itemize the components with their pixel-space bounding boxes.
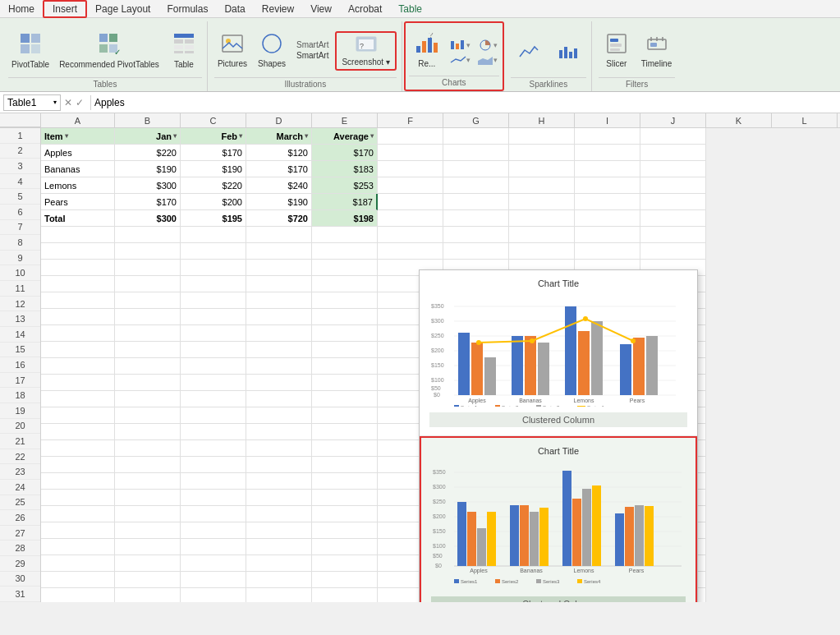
row-num-12[interactable]: 12 [0,297,40,312]
row-num-11[interactable]: 11 [0,281,40,297]
cell-h3[interactable] [509,161,575,177]
col-header-i[interactable]: I [575,113,640,127]
cell-j3[interactable] [640,161,706,177]
col-header-f[interactable]: F [378,113,443,127]
menu-acrobat[interactable]: Acrobat [340,2,390,16]
recommended-charts-button[interactable]: ? Re... [409,31,445,71]
cell-d4[interactable]: $240 [246,177,312,194]
menu-review[interactable]: Review [254,2,302,16]
cell-e2[interactable]: $170 [312,145,378,161]
row-num-25[interactable]: 25 [0,495,40,511]
cell-g2[interactable] [443,145,509,161]
cell-e3[interactable]: $183 [312,161,378,177]
chart-option-1[interactable]: Chart Title $350 $300 $250 $200 $150 $10… [420,270,697,436]
timeline-button[interactable]: Timeline [638,31,675,71]
cell-i1[interactable] [575,128,640,145]
cell-f5[interactable] [378,194,443,210]
column-sparkline-button[interactable] [550,40,586,62]
menu-table[interactable]: Table [390,2,430,16]
cell-f1[interactable] [378,128,443,145]
menu-insert[interactable]: Insert [43,0,87,18]
row-num-6[interactable]: 6 [0,205,40,220]
menu-view[interactable]: View [302,2,340,16]
row-num-4[interactable]: 4 [0,174,40,190]
menu-data[interactable]: Data [216,2,253,16]
cell-d3[interactable]: $170 [246,161,312,177]
cell-c1[interactable]: Feb ▾ [181,128,246,145]
cell-d2[interactable]: $120 [246,145,312,161]
row-num-10[interactable]: 10 [0,265,40,281]
row-num-14[interactable]: 14 [0,327,40,343]
cell-f3[interactable] [378,161,443,177]
cell-d1[interactable]: March ▾ [246,128,312,145]
smartart-button[interactable]: SmartArt SmartArt [293,39,332,62]
cell-g5[interactable] [443,194,509,210]
cell-g3[interactable] [443,161,509,177]
cell-j2[interactable] [640,145,706,161]
line-sparkline-button[interactable] [511,40,547,62]
cell-i4[interactable] [575,177,640,194]
cell-h4[interactable] [509,177,575,194]
chart-dropdown-panel[interactable]: Chart Title $350 $300 $250 $200 $150 $10… [419,269,698,602]
row-num-26[interactable]: 26 [0,510,40,526]
cell-e4[interactable]: $253 [312,177,378,194]
cell-i6[interactable] [575,210,640,227]
cell-c6[interactable]: $195 [181,210,246,227]
row-num-7[interactable]: 7 [0,220,40,236]
col-header-b[interactable]: B [115,113,181,127]
col-header-e[interactable]: E [312,113,378,127]
col-header-g[interactable]: G [443,113,509,127]
menu-page-layout[interactable]: Page Layout [87,2,158,16]
cell-b1[interactable]: Jan ▾ [115,128,181,145]
line-chart-button[interactable]: ▾ [448,53,472,67]
row-num-29[interactable]: 29 [0,556,40,572]
cell-e5[interactable]: $187 [312,194,378,210]
row-num-9[interactable]: 9 [0,251,40,266]
cell-c2[interactable]: $170 [181,145,246,161]
cell-a4[interactable]: Lemons [41,177,115,194]
screenshot-button[interactable]: ? Screenshot ▾ [335,31,396,71]
cell-a3[interactable]: Bananas [41,161,115,177]
cell-c5[interactable]: $200 [181,194,246,210]
formula-cancel-icon[interactable]: ✕ [64,97,72,108]
row-num-28[interactable]: 28 [0,541,40,556]
menu-formulas[interactable]: Formulas [158,2,216,16]
formula-confirm-icon[interactable]: ✓ [76,97,84,108]
cell-j4[interactable] [640,177,706,194]
name-box[interactable]: Table1 ▾ [3,94,61,111]
cell-g4[interactable] [443,177,509,194]
shapes-button[interactable]: Shapes [254,31,290,71]
row-num-16[interactable]: 16 [0,357,40,373]
cell-b2[interactable]: $220 [115,145,181,161]
cell-f2[interactable] [378,145,443,161]
slicer-button[interactable]: Slicer [599,31,635,71]
col-header-c[interactable]: C [181,113,246,127]
cell-a2[interactable]: Apples [41,145,115,161]
table-button[interactable]: Table [166,30,202,71]
cell-j6[interactable] [640,210,706,227]
cell-c4[interactable]: $220 [181,177,246,194]
menu-home[interactable]: Home [0,2,43,16]
cell-h2[interactable] [509,145,575,161]
bar-chart-button[interactable]: ▾ [448,39,472,52]
area-chart-button[interactable]: ▾ [475,53,499,67]
cell-j1[interactable] [640,128,706,145]
cell-h5[interactable] [509,194,575,210]
col-header-a[interactable]: A [41,113,115,127]
cell-b5[interactable]: $170 [115,194,181,210]
cell-e1[interactable]: Average ▾ [312,128,378,145]
cell-d5[interactable]: $190 [246,194,312,210]
cell-c3[interactable]: $190 [181,161,246,177]
cell-b4[interactable]: $300 [115,177,181,194]
col-header-l[interactable]: L [772,113,838,127]
row-num-8[interactable]: 8 [0,235,40,251]
row-num-27[interactable]: 27 [0,526,40,541]
row-num-23[interactable]: 23 [0,464,40,480]
row-num-2[interactable]: 2 [0,144,40,159]
col-header-k[interactable]: K [706,113,772,127]
cell-i3[interactable] [575,161,640,177]
cell-i5[interactable] [575,194,640,210]
row-num-18[interactable]: 18 [0,388,40,403]
row-num-22[interactable]: 22 [0,449,40,465]
cell-a1[interactable]: Item ▾ [41,128,115,145]
